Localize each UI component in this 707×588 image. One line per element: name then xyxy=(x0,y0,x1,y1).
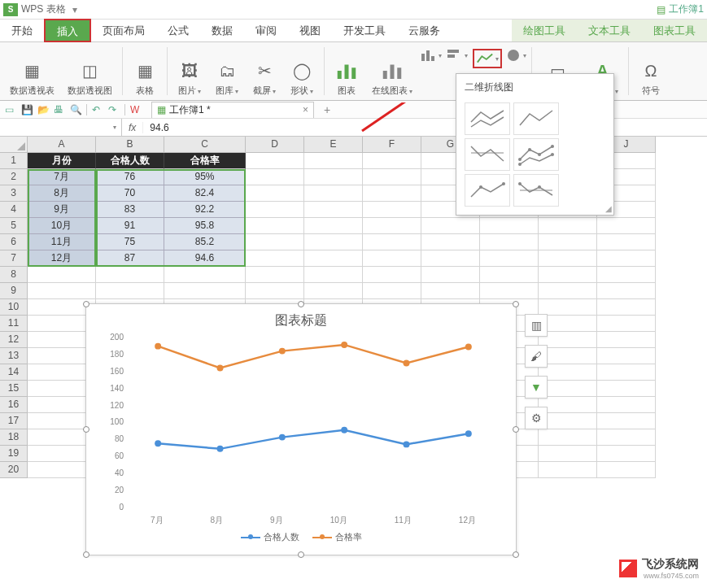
cell-J6[interactable] xyxy=(597,234,656,250)
cell-E3[interactable] xyxy=(304,185,363,202)
cell-D3[interactable] xyxy=(246,185,304,202)
hbar-chart-dd[interactable]: ▾ xyxy=(447,49,468,62)
table-button[interactable]: ▦ 表格 xyxy=(128,44,162,98)
cell-D8[interactable] xyxy=(246,267,304,283)
cell-I5[interactable] xyxy=(539,218,597,234)
col-header-C[interactable]: C xyxy=(164,137,246,153)
name-box-dropdown[interactable]: ▾ xyxy=(113,124,116,131)
cell-B2[interactable]: 76 xyxy=(96,169,164,185)
chart-filter-button[interactable]: ▼ xyxy=(525,376,548,399)
qat-open-icon[interactable]: 📂 xyxy=(37,104,49,115)
cell-F8[interactable] xyxy=(363,267,421,283)
pivot-chart-button[interactable]: ◫ 数据透视图 xyxy=(63,44,117,98)
cell-F4[interactable] xyxy=(363,202,421,218)
qat-print-icon[interactable]: 🖶 xyxy=(54,104,65,115)
cell-A6[interactable]: 11月 xyxy=(28,234,96,250)
cell-B4[interactable]: 83 xyxy=(96,202,164,218)
ribbon-tab-数据[interactable]: 数据 xyxy=(200,20,244,41)
bar-chart-dd[interactable]: ▾ xyxy=(421,49,442,62)
cell-G7[interactable] xyxy=(421,250,480,267)
cell-C4[interactable]: 92.2 xyxy=(164,202,246,218)
line-chart-option-4[interactable] xyxy=(513,138,559,171)
cell-D5[interactable] xyxy=(246,218,304,234)
formula-input[interactable]: 94.6 xyxy=(143,122,707,133)
cell-B9[interactable] xyxy=(96,283,164,299)
cell-H8[interactable] xyxy=(480,267,539,283)
row-header-14[interactable]: 14 xyxy=(0,364,28,381)
cell-J17[interactable] xyxy=(597,413,656,429)
cell-G9[interactable] xyxy=(421,283,480,299)
line-chart-option-3[interactable] xyxy=(465,138,510,171)
cell-E6[interactable] xyxy=(304,234,363,250)
ribbon-tab-插入[interactable]: 插入 xyxy=(44,19,91,42)
cell-A8[interactable] xyxy=(28,267,96,283)
qat-undo-icon[interactable]: ↶ xyxy=(92,104,103,115)
cell-J11[interactable] xyxy=(597,316,656,332)
row-header-4[interactable]: 4 xyxy=(0,202,28,218)
embedded-chart[interactable]: 图表标题 020406080100120140160180200 7月8月9月1… xyxy=(85,303,517,555)
cell-B1[interactable]: 合格人数 xyxy=(96,153,164,169)
row-header-1[interactable]: 1 xyxy=(0,153,28,169)
cell-I18[interactable] xyxy=(539,429,597,446)
cell-B6[interactable]: 75 xyxy=(96,234,164,250)
col-header-F[interactable]: F xyxy=(363,137,421,153)
cell-J16[interactable] xyxy=(597,397,656,413)
row-header-12[interactable]: 12 xyxy=(0,332,28,348)
cell-A7[interactable]: 12月 xyxy=(28,250,96,267)
cell-I20[interactable] xyxy=(539,462,597,478)
cell-I8[interactable] xyxy=(539,267,597,283)
select-all-button[interactable] xyxy=(0,137,28,153)
cell-D2[interactable] xyxy=(246,169,304,185)
cell-J10[interactable] xyxy=(597,299,656,316)
cell-A2[interactable]: 7月 xyxy=(28,169,96,185)
line-chart-option-1[interactable] xyxy=(465,102,510,135)
row-header-16[interactable]: 16 xyxy=(0,397,28,413)
cell-E1[interactable] xyxy=(304,153,363,169)
col-header-B[interactable]: B xyxy=(96,137,164,153)
cell-I9[interactable] xyxy=(539,283,597,299)
ribbon-tab-审阅[interactable]: 审阅 xyxy=(244,20,288,41)
qat-save-icon[interactable]: 💾 xyxy=(21,104,33,115)
screenshot-button[interactable]: ✂ 截屏▾ xyxy=(247,44,281,98)
cell-H6[interactable] xyxy=(480,234,539,250)
row-header-10[interactable]: 10 xyxy=(0,299,28,316)
col-header-D[interactable]: D xyxy=(246,137,304,153)
shapes-button[interactable]: ◯ 形状▾ xyxy=(285,44,319,98)
ribbon-tab-公式[interactable]: 公式 xyxy=(156,20,200,41)
ribbon-tab-页面布局[interactable]: 页面布局 xyxy=(91,20,156,41)
ribbon-tab-云服务[interactable]: 云服务 xyxy=(397,20,452,41)
cell-F3[interactable] xyxy=(363,185,421,202)
cell-C7[interactable]: 94.6 xyxy=(164,250,246,267)
gallery-button[interactable]: 🗂 图库▾ xyxy=(210,44,244,98)
row-header-11[interactable]: 11 xyxy=(0,316,28,332)
cell-J14[interactable] xyxy=(597,364,656,381)
row-header-8[interactable]: 8 xyxy=(0,267,28,283)
row-header-9[interactable]: 9 xyxy=(0,283,28,299)
cell-J19[interactable] xyxy=(597,446,656,462)
doc-tab-close[interactable]: × xyxy=(303,104,308,115)
row-header-3[interactable]: 3 xyxy=(0,185,28,202)
cell-B8[interactable] xyxy=(96,267,164,283)
cell-C8[interactable] xyxy=(164,267,246,283)
cell-F6[interactable] xyxy=(363,234,421,250)
cell-H5[interactable] xyxy=(480,218,539,234)
document-tab[interactable]: ▦ 工作簿1 * × xyxy=(151,102,314,118)
cell-G6[interactable] xyxy=(421,234,480,250)
col-header-A[interactable]: A xyxy=(28,137,96,153)
chart-elements-button[interactable]: ▥ xyxy=(525,314,548,337)
cell-I10[interactable] xyxy=(539,299,597,316)
symbol-button[interactable]: Ω 符号 xyxy=(634,44,668,98)
cell-I6[interactable] xyxy=(539,234,597,250)
cell-F1[interactable] xyxy=(363,153,421,169)
online-chart-button[interactable]: 在线图表▾ xyxy=(367,44,417,98)
cell-H7[interactable] xyxy=(480,250,539,267)
chart-title[interactable]: 图表标题 xyxy=(86,304,516,333)
cell-C1[interactable]: 合格率 xyxy=(164,153,246,169)
row-header-15[interactable]: 15 xyxy=(0,381,28,397)
cell-G5[interactable] xyxy=(421,218,480,234)
cell-I7[interactable] xyxy=(539,250,597,267)
cell-B3[interactable]: 70 xyxy=(96,185,164,202)
ribbon-tab-开发工具[interactable]: 开发工具 xyxy=(332,20,397,41)
cell-D6[interactable] xyxy=(246,234,304,250)
cell-C9[interactable] xyxy=(164,283,246,299)
